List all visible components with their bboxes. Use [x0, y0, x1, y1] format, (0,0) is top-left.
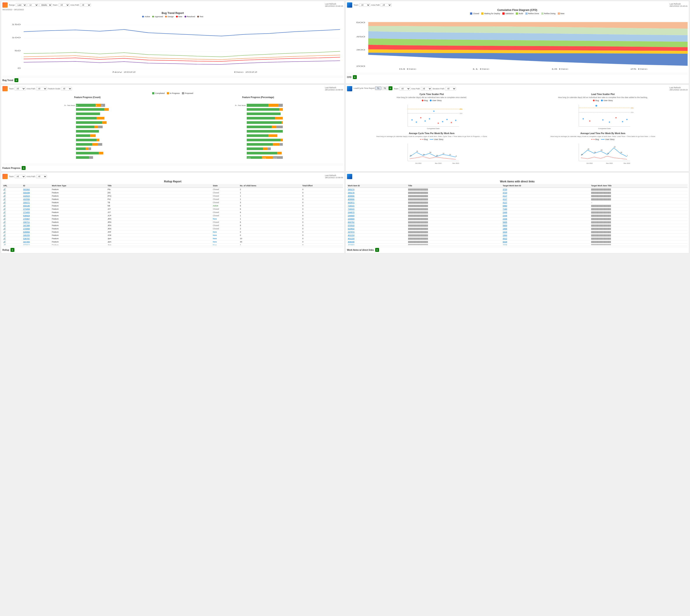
url-cell[interactable]: 🔗: [2, 204, 22, 207]
range-select[interactable]: Last: [16, 3, 27, 7]
lc-team-select[interactable]: All: [399, 87, 410, 90]
id-cell[interactable]: 200271: [22, 201, 51, 204]
rollup-add-button[interactable]: +: [11, 248, 15, 252]
url-cell[interactable]: 🔗: [2, 211, 22, 214]
wi-id-cell[interactable]: 610602: [347, 227, 407, 230]
url-cell[interactable]: 🔗: [2, 230, 22, 234]
fp-area-path-select[interactable]: All: [36, 87, 47, 90]
id-cell[interactable]: 402550: [22, 198, 51, 201]
target-id-cell[interactable]: 4008: [502, 244, 590, 245]
url-cell[interactable]: 🔗: [2, 240, 22, 244]
id-cell[interactable]: 270967: [22, 217, 51, 221]
url-cell[interactable]: 🔗: [2, 221, 22, 224]
url-cell[interactable]: 🔗: [2, 234, 22, 237]
id-cell[interactable]: 447355: [22, 240, 51, 244]
url-cell[interactable]: 🔗: [2, 224, 22, 227]
area-path-select[interactable]: All: [80, 3, 91, 7]
rollup-team-select[interactable]: All: [15, 175, 26, 178]
id-cell[interactable]: 206711: [22, 221, 51, 224]
svg-rect-33: [105, 108, 109, 111]
fp-add-button[interactable]: +: [22, 166, 26, 170]
lc-add-button[interactable]: +: [389, 86, 393, 90]
target-id-cell[interactable]: 1616: [502, 230, 590, 234]
id-cell[interactable]: 372912: [22, 244, 51, 245]
target-id-cell[interactable]: 3720: [502, 188, 590, 191]
target-id-cell[interactable]: 6960: [502, 204, 590, 207]
wi-id-cell[interactable]: 409906: [347, 194, 407, 198]
tab-t1[interactable]: T1: [375, 87, 381, 90]
weeks-unit-select[interactable]: Weeks: [39, 3, 52, 7]
id-cell[interactable]: 639866: [22, 230, 51, 234]
target-id-cell[interactable]: 4117: [502, 198, 590, 201]
url-cell[interactable]: 🔗: [2, 217, 22, 221]
id-cell[interactable]: 563362: [22, 188, 51, 191]
url-cell[interactable]: 🔗: [2, 207, 22, 211]
url-cell[interactable]: 🔗: [2, 244, 22, 245]
target-id-cell[interactable]: 6028: [502, 240, 590, 244]
wi-id-cell[interactable]: 443971: [347, 201, 407, 204]
id-cell[interactable]: 247388: [22, 224, 51, 227]
lc-iteration-path-select[interactable]: All: [445, 87, 456, 90]
weeks-count-select[interactable]: 12: [27, 3, 39, 7]
wi-id-cell[interactable]: 401224: [347, 234, 407, 237]
effort-cell: 0: [301, 230, 343, 234]
url-cell[interactable]: 🔗: [2, 227, 22, 230]
url-cell[interactable]: 🔗: [2, 191, 22, 194]
target-id-cell[interactable]: 5605: [502, 221, 590, 224]
tab-t2[interactable]: T2: [382, 87, 388, 90]
bug-trend-add-button[interactable]: +: [15, 78, 18, 82]
url-cell[interactable]: 🔗: [2, 188, 22, 191]
url-cell[interactable]: 🔗: [2, 214, 22, 217]
wi-id-cell[interactable]: 570533: [347, 224, 407, 227]
id-cell[interactable]: 245255: [22, 234, 51, 237]
wi-id-cell[interactable]: 337974: [347, 230, 407, 234]
id-cell[interactable]: 273455: [22, 211, 51, 214]
id-cell[interactable]: 273456: [22, 207, 51, 211]
url-cell[interactable]: 🔗: [2, 198, 22, 201]
cfd-add-button[interactable]: +: [353, 75, 357, 79]
id-cell[interactable]: 555438: [22, 191, 51, 194]
lc-area-path-select[interactable]: All: [421, 87, 432, 90]
target-id-cell[interactable]: 4117: [502, 201, 590, 204]
fp-team-select[interactable]: All: [15, 87, 26, 90]
target-id-cell[interactable]: 3723: [502, 191, 590, 194]
svg-text:95th: 95th: [460, 113, 463, 114]
target-id-cell[interactable]: 2446: [502, 214, 590, 217]
wi-id-cell[interactable]: 600752: [347, 221, 407, 224]
target-id-cell[interactable]: 1906: [502, 227, 590, 230]
target-id-cell[interactable]: 4512: [502, 237, 590, 240]
id-cell[interactable]: 416523: [22, 194, 51, 198]
id-cell[interactable]: 270956: [22, 227, 51, 230]
work-items-table-container[interactable]: Work Item ID Title Target Work Item ID T…: [347, 184, 688, 245]
id-cell[interactable]: 638929: [22, 214, 51, 217]
cfd-team-select[interactable]: All: [359, 3, 370, 7]
id-cell[interactable]: 538787: [22, 237, 51, 240]
cfd-area-path-select[interactable]: All: [381, 3, 392, 7]
target-id-cell[interactable]: 2446: [502, 211, 590, 214]
wi-id-cell[interactable]: 401224: [347, 237, 407, 240]
team-select[interactable]: All: [59, 3, 69, 7]
wi-id-cell[interactable]: 390178: [347, 191, 407, 194]
wi-id-cell[interactable]: 409906: [347, 198, 407, 201]
work-items-add-button[interactable]: +: [375, 248, 379, 252]
target-id-cell[interactable]: 7160: [502, 207, 590, 211]
id-cell[interactable]: 659195: [22, 204, 51, 207]
target-id-cell[interactable]: 4117: [502, 194, 590, 198]
wi-id-cell[interactable]: 390174: [347, 188, 407, 191]
url-cell[interactable]: 🔗: [2, 237, 22, 240]
wi-id-cell[interactable]: 244670: [347, 211, 407, 214]
url-cell[interactable]: 🔗: [2, 194, 22, 198]
target-id-cell[interactable]: 5600: [502, 224, 590, 227]
rollup-area-path-select[interactable]: All: [36, 175, 47, 178]
wi-id-cell[interactable]: 244669: [347, 217, 407, 221]
rollup-table-container[interactable]: URL ID Work Item Type Title State No. of…: [2, 184, 343, 245]
wi-id-cell[interactable]: 716015: [347, 204, 407, 207]
target-id-cell[interactable]: 1944: [502, 234, 590, 237]
wi-id-cell[interactable]: 402850: [347, 244, 407, 245]
fp-scale-select[interactable]: All: [61, 87, 72, 90]
wi-id-cell[interactable]: 716015: [347, 207, 407, 211]
wi-id-cell[interactable]: 244669: [347, 214, 407, 217]
url-cell[interactable]: 🔗: [2, 201, 22, 204]
target-id-cell[interactable]: 2446: [502, 217, 590, 221]
wi-id-cell[interactable]: 406008: [347, 240, 407, 244]
